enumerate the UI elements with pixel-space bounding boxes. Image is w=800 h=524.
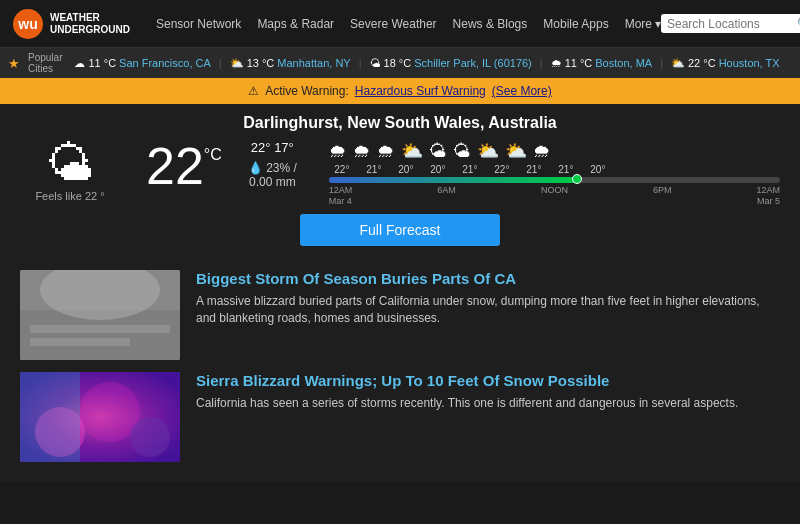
- nav-links: Sensor Network Maps & Radar Severe Weath…: [156, 17, 661, 31]
- news-item-1: Sierra Blizzard Warnings; Up To 10 Feet …: [20, 372, 780, 462]
- logo[interactable]: wu WEATHER UNDERGROUND: [12, 8, 130, 40]
- forecast-btn-wrap: Full Forecast: [20, 214, 780, 246]
- hourly-times: 12AM 6AM NOON 6PM 12AM: [329, 185, 780, 195]
- temp-range: 22° 17°: [248, 140, 297, 155]
- hourly-icon-7: ⛅: [505, 140, 527, 162]
- svg-rect-11: [20, 372, 80, 462]
- hourly-temp-0: 22°: [329, 164, 355, 175]
- full-forecast-button[interactable]: Full Forecast: [300, 214, 501, 246]
- news-title-0[interactable]: Biggest Storm Of Season Buries Parts Of …: [196, 270, 780, 287]
- wu-logo-icon: wu: [12, 8, 44, 40]
- hourly-icon-5: 🌤: [453, 141, 471, 162]
- hourly-icon-8: 🌧: [533, 141, 551, 162]
- svg-rect-5: [30, 325, 170, 333]
- cities-bar: ★ PopularCities ☁ 11 °C San Francisco, C…: [0, 48, 800, 78]
- search-area: 🔍 ⚙: [661, 14, 800, 33]
- nav-sensor-network[interactable]: Sensor Network: [156, 17, 241, 31]
- hourly-dates: Mar 4 Mar 5: [329, 196, 780, 206]
- svg-rect-6: [30, 338, 130, 346]
- hourly-icon-1: 🌧: [353, 141, 371, 162]
- hourly-temp-2: 20°: [393, 164, 419, 175]
- hourly-icons: 🌧 🌧 🌧 ⛅ 🌤 🌤 ⛅ ⛅ 🌧: [329, 140, 780, 162]
- popular-cities-label: PopularCities: [28, 52, 62, 74]
- hourly-progress-bar: [329, 177, 780, 183]
- city-item-boston[interactable]: 🌧 11 °C Boston, MA: [551, 57, 653, 69]
- popular-cities-star: ★: [8, 56, 20, 71]
- news-thumbnail-1: [20, 372, 180, 462]
- city-item-houston[interactable]: ⛅ 22 °C Houston, TX: [671, 57, 780, 70]
- news-section: Biggest Storm Of Season Buries Parts Of …: [0, 262, 800, 482]
- temp-display: 22 °C: [146, 140, 222, 192]
- precip-line: 💧 23% / 0.00 mm: [248, 161, 297, 189]
- progress-dot: [572, 174, 582, 184]
- hourly-icon-0: 🌧: [329, 141, 347, 162]
- current-weather-icon: 🌤: [46, 140, 94, 188]
- hourly-temp-6: 21°: [521, 164, 547, 175]
- hourly-temp-1: 21°: [361, 164, 387, 175]
- news-desc-1: California has seen a series of storms r…: [196, 395, 780, 412]
- weather-main: Darlinghurst, New South Wales, Australia…: [0, 104, 800, 262]
- progress-bar-fill: [329, 177, 577, 183]
- hourly-temp-5: 22°: [489, 164, 515, 175]
- hourly-temp-8: 20°: [585, 164, 611, 175]
- city-item-ny[interactable]: ⛅ 13 °C Manhattan, NY: [230, 57, 351, 70]
- nav-mobile-apps[interactable]: Mobile Apps: [543, 17, 608, 31]
- news-image-0: [20, 270, 180, 360]
- city-item-schiller[interactable]: 🌤 18 °C Schiller Park, IL (60176): [370, 57, 532, 69]
- warning-link[interactable]: Hazardous Surf Warning: [355, 84, 486, 98]
- nav-severe-weather[interactable]: Severe Weather: [350, 17, 437, 31]
- cloud-icon-houston: ⛅: [671, 57, 685, 70]
- news-desc-0: A massive blizzard buried parts of Calif…: [196, 293, 780, 327]
- search-input[interactable]: [667, 17, 797, 31]
- cloud-icon-sf: ☁: [74, 57, 85, 70]
- temp-unit: °C: [204, 146, 222, 164]
- nav-maps-radar[interactable]: Maps & Radar: [257, 17, 334, 31]
- hourly-section: 🌧 🌧 🌧 ⛅ 🌤 🌤 ⛅ ⛅ 🌧 22° 21° 20° 20° 21° 22…: [329, 140, 780, 206]
- weather-content: 🌤 Feels like 22 ° 22 °C 22° 17° 💧 23% / …: [20, 140, 780, 206]
- cloud-icon-boston: 🌧: [551, 57, 562, 69]
- news-thumbnail-0: [20, 270, 180, 360]
- hourly-temp-3: 20°: [425, 164, 451, 175]
- location-title: Darlinghurst, New South Wales, Australia: [20, 114, 780, 132]
- news-title-1[interactable]: Sierra Blizzard Warnings; Up To 10 Feet …: [196, 372, 780, 389]
- warning-text: Active Warning:: [265, 84, 349, 98]
- hourly-temps: 22° 21° 20° 20° 21° 22° 21° 21° 20°: [329, 164, 780, 175]
- city-item-sf[interactable]: ☁ 11 °C San Francisco, CA: [74, 57, 210, 70]
- logo-text: WEATHER UNDERGROUND: [50, 12, 130, 36]
- cloud-icon-ny: ⛅: [230, 57, 244, 70]
- temp-number: 22: [146, 140, 204, 192]
- news-item-0: Biggest Storm Of Season Buries Parts Of …: [20, 270, 780, 360]
- nav-news-blogs[interactable]: News & Blogs: [453, 17, 528, 31]
- hourly-icon-4: 🌤: [429, 141, 447, 162]
- hourly-temp-4: 21°: [457, 164, 483, 175]
- hourly-icon-3: ⛅: [401, 140, 423, 162]
- warning-see-more[interactable]: (See More): [492, 84, 552, 98]
- search-input-wrap: 🔍: [661, 14, 800, 33]
- svg-point-10: [130, 417, 170, 457]
- cloud-icon-schiller: 🌤: [370, 57, 381, 69]
- temp-range-precip: 22° 17° 💧 23% / 0.00 mm: [248, 140, 297, 189]
- rain-icon: 💧: [248, 161, 263, 175]
- hourly-icon-2: 🌧: [377, 141, 395, 162]
- hourly-icon-6: ⛅: [477, 140, 499, 162]
- feels-like: Feels like 22 °: [35, 190, 104, 202]
- nav-more[interactable]: More ▾: [625, 17, 661, 31]
- svg-text:wu: wu: [17, 16, 37, 32]
- warning-icon: ⚠: [248, 84, 259, 98]
- warning-banner: ⚠ Active Warning: Hazardous Surf Warning…: [0, 78, 800, 104]
- news-content-1: Sierra Blizzard Warnings; Up To 10 Feet …: [196, 372, 780, 462]
- news-image-1: [20, 372, 180, 462]
- news-content-0: Biggest Storm Of Season Buries Parts Of …: [196, 270, 780, 360]
- weather-icon-area: 🌤 Feels like 22 °: [20, 140, 120, 202]
- navbar: wu WEATHER UNDERGROUND Sensor Network Ma…: [0, 0, 800, 48]
